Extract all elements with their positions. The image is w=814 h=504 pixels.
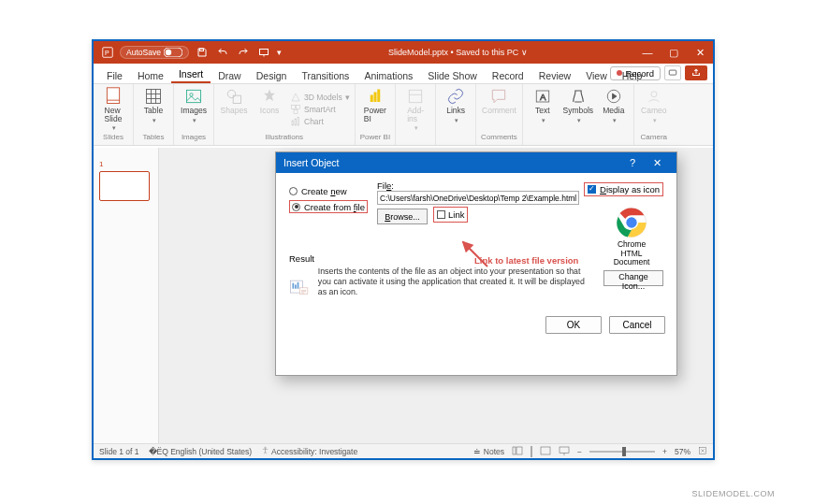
zoom-in-button[interactable]: + [662,447,667,456]
browse-button[interactable]: Browse... [377,209,428,224]
watermark: SLIDEMODEL.COM [691,489,775,498]
group-text [577,133,579,144]
language-indicator[interactable]: �ËQ English (United States) [149,447,253,456]
svg-rect-7 [107,88,119,104]
annotation-text: Link to latest file version [474,255,578,266]
close-button[interactable]: ✕ [687,47,713,59]
svg-rect-21 [377,90,380,103]
slide-counter[interactable]: Slide 1 of 1 [99,447,139,456]
window-title: SlideModel.pptx • Saved to this PC ∨ [282,48,634,57]
tab-view[interactable]: View [578,67,615,83]
icons-button[interactable]: Icons [254,87,284,115]
svg-rect-34 [299,288,308,295]
zoom-level[interactable]: 57% [675,447,690,456]
illustrations-more[interactable]: 3D Models ▾ SmartArt Chart [290,87,350,132]
links-button[interactable]: Links [441,87,471,123]
zoom-out-button[interactable]: − [577,447,582,456]
slide-canvas[interactable]: Insert Object ? ✕ Create new Create from… [159,148,713,443]
dialog-title: Insert Object [283,157,340,168]
svg-rect-31 [292,283,294,289]
save-icon[interactable] [195,47,210,58]
svg-rect-16 [292,121,294,125]
file-path-input[interactable] [377,191,579,205]
svg-rect-36 [513,447,516,454]
record-button[interactable]: Record [610,66,661,80]
svg-rect-20 [373,93,376,103]
title-bar: P AutoSave ▾ SlideModel.pptx • Saved to … [94,41,713,64]
tab-record[interactable]: Record [485,67,531,83]
svg-rect-22 [409,90,421,102]
result-label: Result [289,253,314,264]
tab-slideshow[interactable]: Slide Show [420,67,485,83]
svg-rect-5 [259,50,268,55]
tab-file[interactable]: File [99,67,130,83]
media-button[interactable]: Media [599,87,629,123]
group-links [455,133,457,144]
tab-animations[interactable]: Animations [356,67,420,83]
autosave-toggle[interactable]: AutoSave [120,46,189,59]
icon-caption: Chrome HTML Document [603,240,660,266]
svg-point-29 [626,217,636,227]
ribbon-tabs: File Home Insert Draw Design Transitions… [94,64,713,84]
status-bar: Slide 1 of 1 �ËQ English (United States)… [94,443,713,458]
maximize-button[interactable]: ▢ [661,47,687,59]
comments-pane-button[interactable] [664,65,681,80]
slide-thumbnail-1[interactable] [99,171,150,201]
view-sorter-icon[interactable] [531,446,532,457]
group-illustrations: Illustrations [266,133,303,144]
checkbox-icon [588,185,596,194]
symbols-button[interactable]: Symbols [563,87,593,123]
share-button[interactable] [685,65,707,80]
minimize-button[interactable]: — [634,47,661,58]
new-slide-button[interactable]: New Slide [98,87,128,132]
svg-rect-37 [516,447,522,454]
accessibility-status[interactable]: Accessibility: Investigate [261,446,357,456]
tab-draw[interactable]: Draw [211,67,249,83]
group-tables: Tables [142,133,164,144]
svg-rect-33 [298,282,299,289]
svg-text:P: P [105,50,109,56]
link-checkbox[interactable]: Link [433,207,468,223]
cameo-button[interactable]: Cameo [639,87,669,123]
tab-home[interactable]: Home [130,67,171,83]
addins-button[interactable]: Add- ins [400,87,430,132]
group-powerbi: Power BI [360,133,390,144]
dialog-titlebar: Insert Object ? ✕ [276,152,676,173]
app-icon: P [101,46,114,59]
dialog-help-button[interactable]: ? [620,157,645,168]
tab-review[interactable]: Review [531,67,578,83]
start-slideshow-icon[interactable] [256,47,271,58]
shapes-button[interactable]: Shapes [219,87,249,115]
dialog-close-button[interactable]: ✕ [645,157,669,169]
view-normal-icon[interactable] [512,446,523,457]
redo-icon[interactable] [236,47,251,58]
radio-create-new[interactable]: Create new [289,184,368,197]
view-reading-icon[interactable] [540,446,551,457]
svg-rect-39 [560,447,569,454]
group-images: Images [182,133,206,144]
notes-button[interactable]: ≐ Notes [473,447,504,456]
fit-to-window-icon[interactable] [698,446,707,457]
zoom-slider[interactable] [589,451,655,453]
svg-rect-14 [297,106,300,109]
undo-icon[interactable] [215,47,230,58]
insert-object-dialog: Insert Object ? ✕ Create new Create from… [275,151,677,376]
tab-transitions[interactable]: Transitions [294,67,356,83]
display-as-icon-checkbox[interactable]: Display as icon [584,182,663,196]
ok-button[interactable]: OK [545,316,602,334]
powerpoint-window: P AutoSave ▾ SlideModel.pptx • Saved to … [92,39,715,460]
tab-insert[interactable]: Insert [171,65,211,83]
group-comments: Comments [481,133,517,144]
tab-design[interactable]: Design [249,67,295,83]
cancel-button[interactable]: Cancel [609,316,665,334]
change-icon-button[interactable]: Change Icon... [603,270,663,286]
images-button[interactable]: Images [179,87,209,123]
radio-create-from-file[interactable]: Create from file [289,200,368,213]
view-slideshow-icon[interactable] [559,446,570,457]
comment-button[interactable]: Comment [484,87,514,115]
powerbi-button[interactable]: Power BI [360,87,390,122]
radio-icon [289,187,298,195]
table-button[interactable]: Table [138,87,168,123]
text-button[interactable]: A Text [528,87,558,123]
svg-text:A: A [540,92,546,102]
